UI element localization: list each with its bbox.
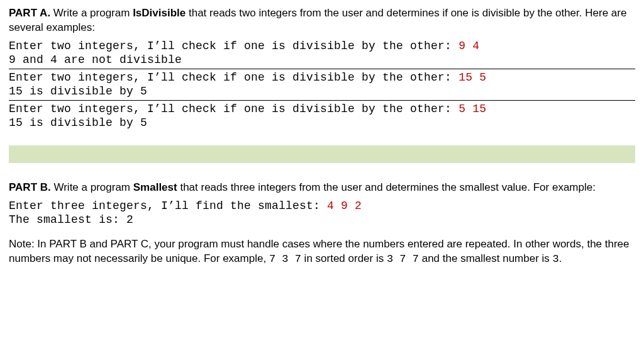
example-user-input: 4 9 2: [327, 200, 362, 212]
note-text-4: .: [559, 252, 562, 264]
example-prompt: Enter two integers, I’ll check if one is…: [9, 40, 458, 52]
note-code-3: 3: [553, 253, 559, 265]
note-code-2: 3 7 7: [387, 253, 419, 265]
note-text-3: and the smallest number is: [419, 252, 553, 264]
example-user-input: 15 5: [458, 71, 486, 84]
example-result: 9 and 4 are not divisible: [9, 54, 182, 66]
part-b-example-1: Enter three integers, I’ll find the smal…: [9, 198, 635, 229]
part-b-intro2: that reads three integers from the user …: [177, 181, 596, 193]
part-b-label: PART B.: [9, 181, 51, 193]
example-user-input: 5 15: [458, 103, 486, 115]
section-divider: [9, 145, 635, 163]
part-b-program-name: Smallest: [133, 181, 177, 193]
part-b-header: PART B. Write a program Smallest that re…: [9, 181, 635, 195]
part-b-note: Note: In PART B and PART C, your program…: [9, 237, 635, 267]
part-a-program-name: IsDivisible: [133, 7, 186, 19]
part-a-example-1: Enter two integers, I’ll check if one is…: [9, 38, 635, 69]
example-prompt: Enter three integers, I’ll find the smal…: [9, 200, 327, 212]
example-result: 15 is divisible by 5: [9, 85, 147, 98]
example-prompt: Enter two integers, I’ll check if one is…: [9, 71, 458, 84]
example-user-input: 9 4: [458, 40, 479, 52]
example-result: 15 is divisible by 5: [9, 116, 147, 129]
part-a-header: PART A. Write a program IsDivisible that…: [9, 6, 635, 35]
part-a-label: PART A.: [9, 7, 50, 19]
example-prompt: Enter two integers, I’ll check if one is…: [9, 103, 458, 115]
note-code-1: 7 3 7: [269, 253, 301, 265]
part-b-intro1: Write a program: [51, 181, 133, 193]
part-a-intro1: Write a program: [50, 7, 133, 19]
part-a-example-2: Enter two integers, I’ll check if one is…: [9, 69, 635, 101]
note-text-2: in sorted order is: [301, 252, 387, 264]
example-result: The smallest is: 2: [9, 213, 133, 226]
part-a-example-3: Enter two integers, I’ll check if one is…: [9, 101, 635, 132]
